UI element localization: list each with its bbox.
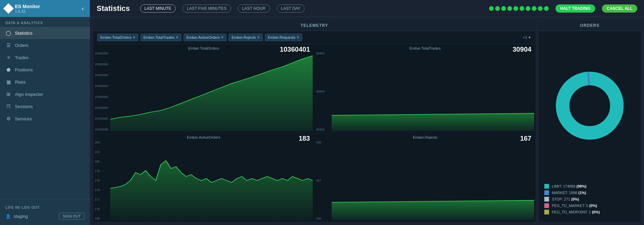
chip-requests-close[interactable]: × [297, 35, 299, 40]
risks-icon: ▦ [5, 79, 12, 85]
trades-icon: ≡ [5, 55, 12, 60]
sidebar-item-algo-inspector-label: Algo Inspector [15, 92, 43, 97]
sidebar-item-positions[interactable]: ⬟ Positions [0, 64, 90, 76]
filter-last-minute[interactable]: LAST MINUTE [140, 4, 176, 13]
charts-grid: Ember.TotalOrders 10360401 10365000 1036… [93, 44, 535, 222]
svg-point-6 [570, 86, 609, 125]
status-dot-7 [532, 6, 536, 11]
chart-active-orders-title: Ember.ActiveOrders [187, 135, 220, 139]
chip-total-trades[interactable]: Ember.TotalTrades × [140, 34, 181, 41]
chart-total-trades-title: Ember.TotalTrades [410, 46, 441, 50]
chart-rejects-svg [332, 141, 534, 220]
user-icon: 👤 [5, 214, 11, 219]
svg-marker-3 [332, 201, 534, 221]
sessions-icon: ☈ [5, 104, 12, 109]
legend-market: MARKET: 1998 (1%) [544, 190, 635, 195]
status-dot-9 [544, 6, 549, 11]
sidebar-item-orders[interactable]: ☰ Orders [0, 39, 90, 51]
cancel-all-button[interactable]: CANCEL ALL [602, 4, 637, 13]
chip-total-orders-label: Ember.TotalOrders [100, 35, 132, 39]
chart-active-orders-svg [110, 141, 313, 220]
legend-peg-to-market: PEG_TO_MARKET: 5 (0%) [544, 203, 635, 208]
filter-last-day[interactable]: LAST DAY [277, 4, 305, 13]
chart-total-orders-title: Ember.TotalOrders [188, 46, 219, 50]
filter-bar: Ember.TotalOrders × Ember.TotalTrades × … [93, 31, 535, 44]
services-icon: ⚙ [5, 116, 12, 121]
user-row: 👤 staging SIGN OUT [0, 211, 90, 222]
chart-total-orders-y-labels: 10365000 10360000 10355000 10350000 1034… [95, 52, 108, 131]
donut-container [539, 31, 641, 180]
logo-area: ES Monitor 1.6.32 [5, 4, 40, 14]
algo-inspector-icon: ⊞ [5, 91, 12, 97]
chip-total-orders-close[interactable]: × [133, 35, 135, 40]
chip-requests[interactable]: Ember.Requests × [265, 34, 302, 41]
sidebar-item-sessions[interactable]: ☈ Sessions [0, 100, 90, 112]
sidebar-item-algo-inspector[interactable]: ⊞ Algo Inspector [0, 88, 90, 100]
filter-last-five-minutes[interactable]: LAST FIVE MINUTES [182, 4, 231, 13]
svg-marker-1 [332, 113, 534, 131]
sidebar-item-statistics[interactable]: ◯ Statistics [0, 27, 90, 39]
sidebar-collapse-button[interactable]: ‹ [80, 4, 85, 14]
chip-active-orders-label: Ember.ActiveOrders [187, 35, 220, 39]
filter-last-hour[interactable]: LAST HOUR [238, 4, 270, 13]
sign-out-button[interactable]: SIGN OUT [59, 213, 84, 220]
telemetry-panel: TELEMETRY Ember.TotalOrders × Ember.Tota… [93, 20, 535, 222]
legend-stop-label: STOP: 271 (0%) [552, 197, 635, 201]
chip-rejects[interactable]: Ember.Rejects × [229, 34, 263, 41]
user-name-area: 👤 staging [5, 214, 28, 219]
positions-icon: ⬟ [5, 67, 12, 72]
topbar: Statistics LAST MINUTE LAST FIVE MINUTES… [90, 0, 644, 17]
sidebar-item-positions-label: Positions [15, 67, 33, 72]
chip-active-orders[interactable]: Ember.ActiveOrders × [183, 34, 227, 41]
chevron-down-icon: ▼ [528, 35, 531, 39]
legend-stop-color [544, 197, 549, 202]
status-dot-2 [501, 6, 506, 11]
chart-total-trades-y-labels: 30905 30904 30903 [316, 52, 325, 131]
app-name: ES Monitor [15, 4, 40, 10]
legend-peg-to-market-label: PEG_TO_MARKET: 5 (0%) [552, 204, 635, 208]
sidebar: ES Monitor 1.6.32 ‹ DATA & ANALYTICS ◯ S… [0, 0, 90, 225]
chart-total-orders-svg [110, 52, 313, 131]
chart-total-trades: Ember.TotalTrades 30904 30905 30904 3090… [315, 44, 535, 133]
legend-peg-to-midpoint-color [544, 210, 549, 214]
legend-market-color [544, 190, 549, 195]
legend-area: LIMIT: 174889 (99%) MARKET: 1998 (1%) ST… [539, 180, 641, 222]
sidebar-header: ES Monitor 1.6.32 ‹ [0, 0, 90, 17]
svg-marker-2 [110, 161, 313, 221]
filter-more-label: +3 [523, 35, 527, 39]
chart-rejects: Ember.Rejects 167 168 167 166 [315, 133, 535, 222]
status-dot-3 [507, 6, 512, 11]
app-info: ES Monitor 1.6.32 [15, 4, 40, 14]
orders-panel: ORDERS LIMIT: 174889 (99%) [539, 20, 641, 222]
logo-diamond [3, 3, 14, 14]
orders-icon: ☰ [5, 42, 12, 48]
status-dot-0 [489, 6, 494, 11]
chip-total-orders[interactable]: Ember.TotalOrders × [97, 34, 138, 41]
sidebar-item-services[interactable]: ⚙ Services [0, 112, 90, 125]
filter-more-button[interactable]: +3 ▼ [523, 35, 531, 39]
sidebar-item-risks[interactable]: ▦ Risks [0, 76, 90, 88]
telemetry-panel-header: TELEMETRY [93, 20, 535, 31]
orders-panel-header: ORDERS [539, 20, 641, 31]
chip-rejects-label: Ember.Rejects [232, 35, 256, 39]
donut-chart [552, 68, 627, 143]
page-title: Statistics [97, 4, 130, 13]
chart-rejects-y-labels: 168 167 166 [316, 141, 321, 220]
sidebar-item-trades[interactable]: ≡ Trades [0, 51, 90, 64]
chip-total-trades-close[interactable]: × [176, 35, 178, 40]
status-dot-1 [495, 6, 500, 11]
chart-total-orders: Ember.TotalOrders 10360401 10365000 1036… [93, 44, 314, 133]
legend-peg-to-midpoint: PEG_TO_MIDPOINT: 1 (0%) [544, 210, 635, 214]
status-dot-8 [538, 6, 543, 11]
section-data-analytics-label: DATA & ANALYTICS [0, 17, 90, 27]
sidebar-item-statistics-label: Statistics [15, 31, 33, 36]
statistics-icon: ◯ [5, 30, 12, 36]
content-area: TELEMETRY Ember.TotalOrders × Ember.Tota… [90, 17, 644, 225]
chip-active-orders-close[interactable]: × [221, 35, 223, 40]
status-dot-5 [520, 6, 524, 11]
sidebar-item-sessions-label: Sessions [15, 104, 33, 109]
legend-limit-label: LIMIT: 174889 (99%) [552, 184, 635, 188]
chart-active-orders-y-labels: 184 182 180 178 176 174 172 170 168 [95, 141, 100, 220]
chip-rejects-close[interactable]: × [257, 35, 260, 40]
halt-trading-button[interactable]: HALT TRADING [555, 4, 595, 13]
